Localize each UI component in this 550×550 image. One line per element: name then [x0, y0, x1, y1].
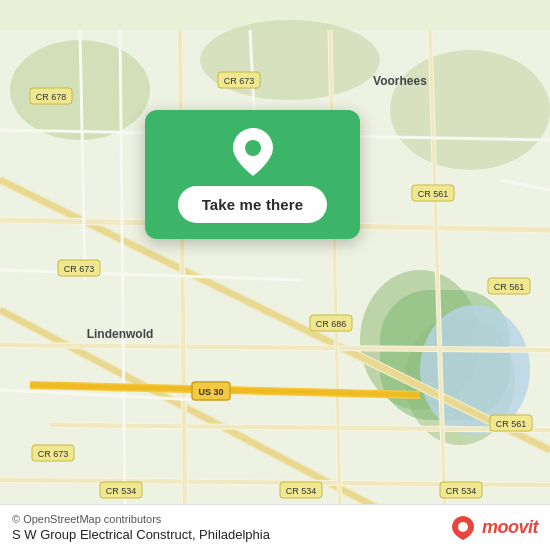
bottom-left-info: © OpenStreetMap contributors S W Group E… [12, 513, 270, 542]
svg-text:CR 673: CR 673 [224, 76, 255, 86]
svg-text:Lindenwold: Lindenwold [87, 327, 154, 341]
svg-text:CR 561: CR 561 [494, 282, 525, 292]
svg-point-3 [390, 50, 550, 170]
location-title: S W Group Electrical Construct, Philadel… [12, 527, 270, 542]
map-container: CR 678 CR 673 CR 673 CR 673 CR 561 CR 56… [0, 0, 550, 550]
svg-text:CR 678: CR 678 [36, 92, 67, 102]
bottom-bar: © OpenStreetMap contributors S W Group E… [0, 504, 550, 550]
svg-text:CR 534: CR 534 [446, 486, 477, 496]
svg-text:CR 534: CR 534 [106, 486, 137, 496]
svg-text:CR 534: CR 534 [286, 486, 317, 496]
svg-point-62 [458, 522, 468, 532]
svg-text:Voorhees: Voorhees [373, 74, 427, 88]
svg-text:US 30: US 30 [198, 387, 223, 397]
svg-text:CR 673: CR 673 [38, 449, 69, 459]
location-card: Take me there [145, 110, 360, 239]
osm-attribution: © OpenStreetMap contributors [12, 513, 270, 525]
svg-text:CR 686: CR 686 [316, 319, 347, 329]
map-background: CR 678 CR 673 CR 673 CR 673 CR 561 CR 56… [0, 0, 550, 550]
svg-text:CR 561: CR 561 [496, 419, 527, 429]
location-pin-icon [229, 128, 277, 176]
moovit-logo: moovit [449, 514, 538, 542]
svg-point-61 [245, 140, 261, 156]
moovit-icon [449, 514, 477, 542]
take-me-there-button[interactable]: Take me there [178, 186, 328, 223]
svg-text:CR 673: CR 673 [64, 264, 95, 274]
moovit-brand-name: moovit [482, 517, 538, 538]
svg-text:CR 561: CR 561 [418, 189, 449, 199]
